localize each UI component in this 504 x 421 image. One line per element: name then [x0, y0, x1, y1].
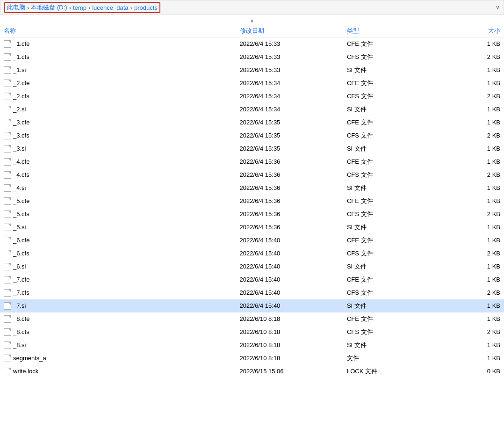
table-row[interactable]: _5.cfe2022/6/4 15:36CFE 文件1 KB — [0, 195, 504, 208]
file-type-cell: SI 文件 — [343, 339, 439, 352]
file-type-cell: CFS 文件 — [343, 90, 439, 103]
table-row[interactable]: write.lock2022/6/15 15:06LOCK 文件0 KB — [0, 365, 504, 378]
file-date-cell: 2022/6/10 8:18 — [236, 326, 343, 339]
file-name-cell: _8.cfe — [0, 312, 236, 326]
table-row[interactable]: _7.si2022/6/4 15:40SI 文件1 KB — [0, 299, 504, 312]
file-type-cell: CFE 文件 — [343, 234, 439, 247]
table-row[interactable]: _7.cfs2022/6/4 15:40CFS 文件2 KB — [0, 286, 504, 299]
table-row[interactable]: _4.si2022/6/4 15:36SI 文件1 KB — [0, 181, 504, 195]
file-name: _5.si — [13, 224, 26, 231]
file-name: _8.si — [13, 341, 26, 348]
file-type-cell: CFE 文件 — [343, 155, 439, 168]
table-row[interactable]: _1.si2022/6/4 15:33SI 文件1 KB — [0, 64, 504, 77]
file-type-cell: SI 文件 — [343, 103, 439, 116]
file-type-cell: CFS 文件 — [343, 51, 439, 64]
file-size-cell: 1 KB — [439, 260, 504, 273]
table-row[interactable]: _5.cfs2022/6/4 15:36CFS 文件2 KB — [0, 208, 504, 221]
file-type-cell: CFE 文件 — [343, 273, 439, 286]
file-date-cell: 2022/6/15 15:06 — [236, 365, 343, 378]
file-icon — [4, 368, 11, 375]
file-type-cell: 文件 — [343, 352, 439, 365]
file-icon — [4, 184, 11, 192]
table-row[interactable]: _3.si2022/6/4 15:35SI 文件1 KB — [0, 142, 504, 155]
file-date-cell: 2022/6/4 15:36 — [236, 181, 343, 195]
table-row[interactable]: _6.si2022/6/4 15:40SI 文件1 KB — [0, 260, 504, 273]
table-row[interactable]: _1.cfe2022/6/4 15:33CFE 文件1 KB — [0, 37, 504, 51]
file-type-cell: CFS 文件 — [343, 208, 439, 221]
file-icon — [4, 158, 11, 166]
file-date-cell: 2022/6/4 15:34 — [236, 90, 343, 103]
file-name-cell: _3.cfe — [0, 116, 236, 129]
file-icon — [4, 224, 11, 231]
table-row[interactable]: _8.si2022/6/10 8:18SI 文件1 KB — [0, 339, 504, 352]
file-icon — [4, 328, 11, 336]
file-type-cell: CFE 文件 — [343, 312, 439, 326]
file-name-cell: _4.cfs — [0, 168, 236, 181]
table-row[interactable]: _6.cfs2022/6/4 15:40CFS 文件2 KB — [0, 247, 504, 260]
file-type-cell: CFS 文件 — [343, 129, 439, 142]
file-size-cell: 2 KB — [439, 90, 504, 103]
file-size-cell: 2 KB — [439, 286, 504, 299]
file-size-cell: 1 KB — [439, 195, 504, 208]
file-name: _1.cfs — [13, 53, 29, 60]
file-date-cell: 2022/6/4 15:40 — [236, 286, 343, 299]
table-row[interactable]: _8.cfs2022/6/10 8:18CFS 文件2 KB — [0, 326, 504, 339]
file-name: _6.cfe — [13, 237, 29, 244]
breadcrumb-root[interactable]: 此电脑 — [7, 3, 25, 12]
table-row[interactable]: segments_a2022/6/10 8:18文件1 KB — [0, 352, 504, 365]
file-name-cell: segments_a — [0, 352, 236, 365]
file-date-cell: 2022/6/4 15:34 — [236, 103, 343, 116]
file-name-cell: _2.cfs — [0, 90, 236, 103]
table-row[interactable]: _3.cfs2022/6/4 15:35CFS 文件2 KB — [0, 129, 504, 142]
file-size-cell: 2 KB — [439, 247, 504, 260]
table-row[interactable]: _2.si2022/6/4 15:34SI 文件1 KB — [0, 103, 504, 116]
file-name: _5.cfs — [13, 210, 29, 218]
file-icon — [4, 93, 11, 100]
table-row[interactable]: _5.si2022/6/4 15:36SI 文件1 KB — [0, 221, 504, 234]
col-header-name[interactable]: 名称 — [0, 25, 236, 37]
breadcrumb-expand-icon[interactable]: ∨ — [496, 4, 500, 11]
file-type-cell: SI 文件 — [343, 260, 439, 273]
file-date-cell: 2022/6/4 15:33 — [236, 37, 343, 51]
file-type-cell: SI 文件 — [343, 181, 439, 195]
file-type-cell: LOCK 文件 — [343, 365, 439, 378]
breadcrumb-part1[interactable]: 本地磁盘 (D:) — [31, 3, 67, 12]
table-row[interactable]: _6.cfe2022/6/4 15:40CFE 文件1 KB — [0, 234, 504, 247]
breadcrumb-part3[interactable]: lucence_data — [92, 4, 128, 11]
table-row[interactable]: _4.cfe2022/6/4 15:36CFE 文件1 KB — [0, 155, 504, 168]
file-size-cell: 1 KB — [439, 64, 504, 77]
file-icon — [4, 171, 11, 179]
file-icon — [4, 145, 11, 152]
file-name: _3.cfs — [13, 132, 29, 139]
table-row[interactable]: _3.cfe2022/6/4 15:35CFE 文件1 KB — [0, 116, 504, 129]
table-row[interactable]: _4.cfs2022/6/4 15:36CFS 文件2 KB — [0, 168, 504, 181]
file-size-cell: 1 KB — [439, 221, 504, 234]
file-date-cell: 2022/6/10 8:18 — [236, 312, 343, 326]
file-size-cell: 1 KB — [439, 234, 504, 247]
file-icon — [4, 289, 11, 297]
breadcrumb-sep4: › — [130, 4, 132, 11]
file-name: _8.cfe — [13, 315, 29, 322]
file-name: _7.si — [13, 302, 26, 309]
file-icon — [4, 197, 11, 205]
table-row[interactable]: _8.cfe2022/6/10 8:18CFE 文件1 KB — [0, 312, 504, 326]
file-size-cell: 2 KB — [439, 51, 504, 64]
file-name: _8.cfs — [13, 328, 29, 335]
breadcrumb-part2[interactable]: temp — [73, 4, 86, 11]
file-icon — [4, 276, 11, 283]
file-name: _2.cfe — [13, 80, 29, 87]
col-header-size[interactable]: 大小 — [439, 25, 504, 37]
table-row[interactable]: _2.cfe2022/6/4 15:34CFE 文件1 KB — [0, 77, 504, 90]
table-row[interactable]: _7.cfe2022/6/4 15:40CFE 文件1 KB — [0, 273, 504, 286]
table-row[interactable]: _1.cfs2022/6/4 15:33CFS 文件2 KB — [0, 51, 504, 64]
file-name-cell: _3.si — [0, 142, 236, 155]
file-name: _4.cfs — [13, 171, 29, 178]
file-type-cell: CFS 文件 — [343, 286, 439, 299]
breadcrumb-path: 此电脑 › 本地磁盘 (D:) › temp › lucence_data › … — [4, 2, 160, 13]
breadcrumb-current[interactable]: products — [134, 4, 158, 11]
file-size-cell: 1 KB — [439, 116, 504, 129]
col-header-date[interactable]: 修改日期 — [236, 25, 343, 37]
file-name-cell: _3.cfs — [0, 129, 236, 142]
col-header-type[interactable]: 类型 — [343, 25, 439, 37]
table-row[interactable]: _2.cfs2022/6/4 15:34CFS 文件2 KB — [0, 90, 504, 103]
